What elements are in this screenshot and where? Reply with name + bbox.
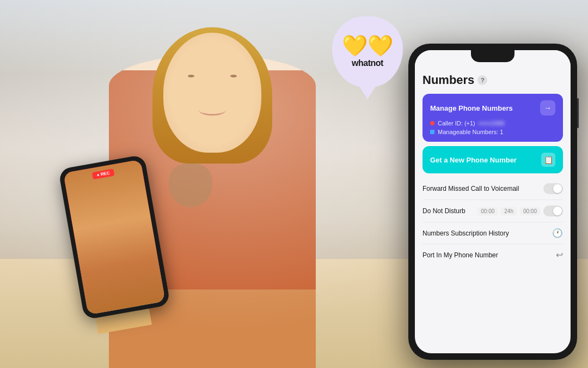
help-icon[interactable]: ? — [477, 75, 487, 85]
phone-notch — [471, 50, 514, 62]
phone-power-button — [577, 98, 579, 128]
dnd-right: 00:00 24h 00:00 — [477, 206, 563, 216]
dnd-start-time: 00:00 — [477, 207, 498, 215]
do-not-disturb-label: Do Not Disturb — [422, 207, 465, 215]
pin-tail — [358, 84, 377, 99]
port-in-label: Port In My Phone Number — [422, 251, 498, 259]
person-head — [163, 33, 261, 153]
history-right: 🕐 — [552, 228, 563, 238]
manageable-label: Manageable Numbers: 1 — [438, 129, 503, 135]
phone-content-area: Numbers ? Manage Phone Numbers → — [415, 67, 571, 353]
manageable-icon — [430, 130, 434, 134]
dnd-toggle[interactable] — [543, 206, 563, 216]
get-new-phone-number-card[interactable]: Get a New Phone Number 📋 — [422, 146, 563, 173]
eye-left — [188, 75, 194, 77]
forward-voicemail-toggle[interactable] — [543, 183, 563, 194]
smile — [199, 105, 226, 116]
dnd-end-time: 00:00 — [520, 207, 540, 215]
phone-screen: Numbers ? Manage Phone Numbers → — [415, 50, 571, 353]
forward-voicemail-right — [543, 183, 563, 194]
get-number-label: Get a New Phone Number — [430, 156, 517, 164]
caller-id-status-dot — [430, 121, 434, 125]
caller-id-row: Caller ID: (+1) ••••••2488 — [430, 120, 555, 126]
subscription-history-row[interactable]: Numbers Subscription History 🕐 — [422, 222, 563, 244]
manageable-numbers-row: Manageable Numbers: 1 — [430, 129, 555, 135]
numbers-title-row: Numbers ? — [422, 73, 563, 87]
main-phone: Numbers ? Manage Phone Numbers → — [408, 44, 577, 360]
phone-frame: Numbers ? Manage Phone Numbers → — [408, 44, 577, 360]
manage-card-arrow-button[interactable]: → — [540, 100, 555, 116]
do-not-disturb-row[interactable]: Do Not Disturb 00:00 24h 00:00 — [422, 200, 563, 222]
port-in-row[interactable]: Port In My Phone Number ↩ — [422, 244, 563, 266]
eye-right — [230, 75, 237, 77]
history-icon: 🕐 — [552, 228, 563, 238]
document-icon: 📋 — [541, 153, 555, 167]
cup — [169, 164, 212, 207]
caller-id-number: ••••••2488 — [479, 120, 505, 126]
port-in-right: ↩ — [556, 250, 563, 260]
forward-voicemail-label: Forward Missed Call to Voicemail — [422, 185, 519, 192]
whatnot-hearts-icon: 💛💛 — [342, 35, 393, 56]
manage-card-title: Manage Phone Numbers — [430, 104, 513, 112]
forward-voicemail-row[interactable]: Forward Missed Call to Voicemail — [422, 178, 563, 200]
manage-phone-numbers-card[interactable]: Manage Phone Numbers → Caller ID: (+1) •… — [422, 94, 563, 142]
port-icon: ↩ — [556, 250, 563, 260]
manage-card-header: Manage Phone Numbers → — [430, 100, 555, 116]
numbers-heading: Numbers — [422, 73, 474, 87]
arrow-icon: → — [544, 104, 552, 112]
whatnot-logo-pin: 💛💛 whatnot — [332, 16, 403, 101]
pin-shape: 💛💛 whatnot — [332, 16, 403, 87]
caller-id-label: Caller ID: (+1) — [438, 120, 475, 126]
subscription-history-label: Numbers Subscription History — [422, 230, 509, 237]
whatnot-brand-name: whatnot — [352, 58, 383, 68]
dnd-period: 24h — [501, 207, 517, 215]
